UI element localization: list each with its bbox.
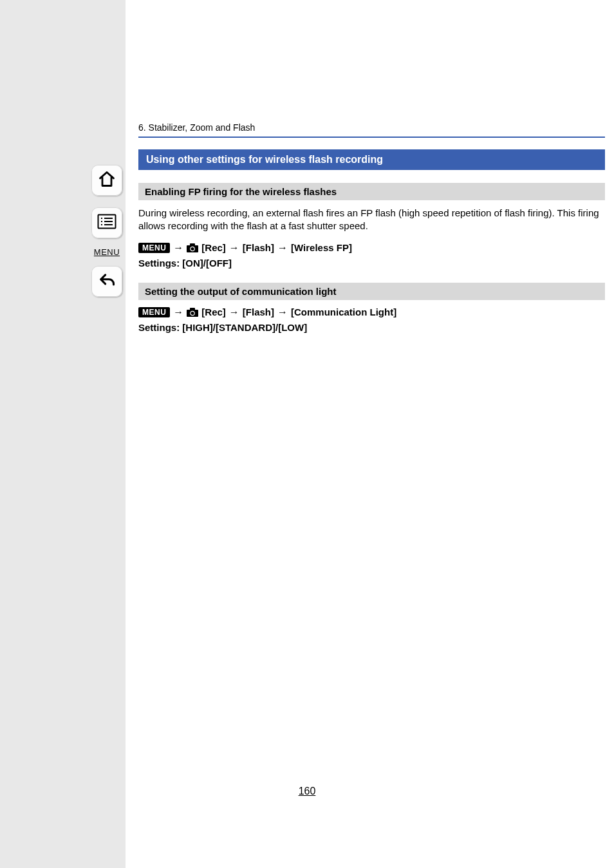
settings-comm: Settings: [HIGH]/[STANDARD]/[LOW] xyxy=(138,322,605,333)
subsection-title-fp: Enabling FP firing for the wireless flas… xyxy=(138,183,605,200)
svg-rect-11 xyxy=(190,308,195,310)
arrow-icon: → xyxy=(229,307,239,318)
body-text-fp: During wireless recording, an external f… xyxy=(138,207,605,233)
section-title: Using other settings for wireless flash … xyxy=(138,149,605,170)
path-seg: [Flash] xyxy=(243,307,274,317)
path-seg: [Wireless FP] xyxy=(291,242,352,253)
nav-contents-button[interactable] xyxy=(91,207,122,238)
path-seg: [Flash] xyxy=(243,242,274,253)
arrow-icon: → xyxy=(277,242,288,254)
nav-back-button[interactable] xyxy=(91,266,122,297)
menu-pill-icon: MENU xyxy=(138,243,170,253)
svg-point-9 xyxy=(191,247,194,250)
menu-path-comm: MENU → [Rec] → [Flash] → [Communication … xyxy=(138,307,605,318)
path-seg: [Rec] xyxy=(201,242,226,253)
arrow-icon: → xyxy=(173,242,183,254)
camera-icon xyxy=(187,243,198,252)
svg-point-12 xyxy=(191,311,194,315)
contents-list-icon xyxy=(97,214,116,232)
nav-menu-button[interactable]: MENU xyxy=(91,247,122,257)
page-number: 160 xyxy=(0,786,614,797)
arrow-icon: → xyxy=(229,242,239,254)
path-seg: [Rec] xyxy=(201,307,226,317)
path-seg: [Communication Light] xyxy=(291,307,396,317)
arrow-icon: → xyxy=(173,307,183,318)
svg-rect-8 xyxy=(190,243,195,246)
chapter-header: 6. Stabilizer, Zoom and Flash xyxy=(138,122,605,138)
subsection-title-comm: Setting the output of communication ligh… xyxy=(138,283,605,300)
home-icon xyxy=(98,170,116,191)
menu-pill-icon: MENU xyxy=(138,307,170,317)
back-arrow-icon xyxy=(98,271,116,292)
menu-path-fp: MENU → [Rec] → [Flash] → [Wireless FP] xyxy=(138,242,605,254)
camera-icon xyxy=(187,308,198,317)
arrow-icon: → xyxy=(277,307,288,318)
nav-home-button[interactable] xyxy=(91,165,122,196)
settings-fp: Settings: [ON]/[OFF] xyxy=(138,258,605,269)
